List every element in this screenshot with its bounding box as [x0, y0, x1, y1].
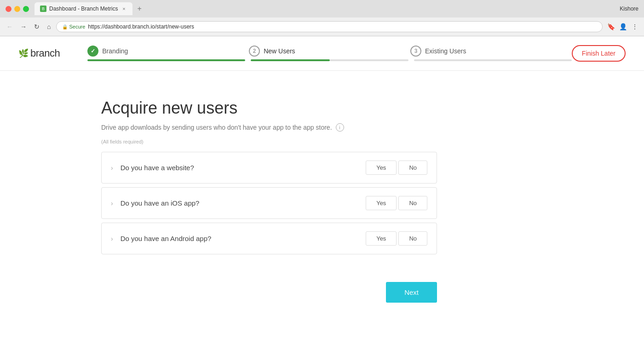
maximize-btn[interactable]	[23, 6, 29, 12]
secure-badge: Secure	[62, 24, 85, 29]
profile-icon[interactable]: 👤	[618, 22, 627, 31]
answer-buttons-ios: Yes No	[366, 196, 427, 210]
chevron-icon-1: ›	[111, 164, 113, 172]
question-text-android: Do you have an Android app?	[121, 235, 366, 242]
website-yes-btn[interactable]: Yes	[366, 161, 397, 175]
tab-bar: B Dashboard - Branch Metrics × +	[34, 2, 616, 15]
step-2-label: New Users	[264, 47, 295, 55]
toolbar-icons: 🔖 👤 ⋮	[606, 22, 639, 31]
next-btn[interactable]: Next	[386, 282, 437, 303]
questions-container: › Do you have a website? Yes No › Do you…	[101, 152, 437, 254]
fields-required-label: (All fields required)	[101, 139, 552, 144]
tab-close-btn[interactable]: ×	[121, 6, 127, 12]
stepper-wrapper: ✓ Branding 2 New Users 3 Existing Users	[87, 46, 572, 61]
ios-yes-btn[interactable]: Yes	[366, 196, 397, 210]
stepper-bars	[87, 59, 572, 61]
close-btn[interactable]	[6, 6, 12, 12]
main-content: Acquire new users Drive app downloads by…	[0, 71, 552, 330]
question-row-android: › Do you have an Android app? Yes No	[101, 223, 437, 254]
step-1-label: Branding	[102, 47, 128, 55]
android-yes-btn[interactable]: Yes	[366, 231, 397, 246]
question-text-website: Do you have a website?	[121, 164, 366, 172]
question-row-ios: › Do you have an iOS app? Yes No	[101, 187, 437, 219]
browser-chrome: B Dashboard - Branch Metrics × + Kishore…	[0, 0, 644, 36]
stepper-labels: ✓ Branding 2 New Users 3 Existing Users	[87, 46, 572, 57]
address-bar: ← → ↻ ⌂ Secure https://dashboard.branch.…	[0, 17, 644, 36]
progress-bar-1	[87, 59, 245, 61]
next-btn-container: Next	[101, 282, 437, 303]
address-field[interactable]: Secure https://dashboard.branch.io/start…	[56, 21, 603, 32]
finish-later-btn[interactable]: Finish Later	[572, 45, 626, 62]
chevron-icon-3: ›	[111, 235, 113, 242]
step-3-circle: 3	[410, 46, 421, 57]
progress-bar-3	[414, 59, 572, 61]
step-1-branding: ✓ Branding	[87, 46, 249, 57]
step-3-existing-users: 3 Existing Users	[410, 46, 572, 57]
website-no-btn[interactable]: No	[398, 161, 427, 175]
tab-title: Dashboard - Branch Metrics	[49, 6, 118, 12]
ios-no-btn[interactable]: No	[398, 196, 427, 210]
step-2-circle: 2	[249, 46, 260, 57]
progress-bar-2b	[330, 59, 408, 61]
window-controls	[6, 6, 29, 12]
browser-titlebar: B Dashboard - Branch Metrics × + Kishore	[0, 0, 644, 17]
user-name: Kishore	[620, 6, 638, 12]
question-text-ios: Do you have an iOS app?	[121, 199, 366, 207]
forward-btn[interactable]: →	[18, 22, 29, 31]
subtitle-text: Drive app downloads by sending users who…	[101, 124, 332, 131]
back-btn[interactable]: ←	[5, 22, 15, 31]
step-1-circle: ✓	[87, 46, 98, 57]
browser-tab[interactable]: B Dashboard - Branch Metrics ×	[34, 2, 132, 15]
android-no-btn[interactable]: No	[398, 231, 427, 246]
brand-logo[interactable]: 🌿 branch	[18, 47, 60, 59]
minimize-btn[interactable]	[14, 6, 20, 12]
menu-icon[interactable]: ⋮	[630, 22, 639, 31]
info-icon[interactable]: i	[336, 123, 344, 132]
extensions-icon[interactable]: 🔖	[606, 22, 615, 31]
step-2-new-users: 2 New Users	[249, 46, 410, 57]
top-nav: 🌿 branch ✓ Branding 2 New Users	[0, 36, 644, 71]
brand-icon: 🌿	[18, 48, 29, 58]
page-subtitle: Drive app downloads by sending users who…	[101, 123, 552, 132]
page-title: Acquire new users	[101, 98, 552, 118]
tab-favicon: B	[40, 6, 46, 12]
question-row-website: › Do you have a website? Yes No	[101, 152, 437, 184]
answer-buttons-website: Yes No	[366, 161, 427, 175]
new-tab-btn[interactable]: +	[134, 4, 144, 14]
home-btn[interactable]: ⌂	[45, 22, 52, 31]
divider-1	[245, 59, 251, 61]
step-3-label: Existing Users	[425, 47, 466, 55]
chevron-icon-2: ›	[111, 200, 113, 207]
divider-2	[408, 59, 414, 61]
url-text: https://dashboard.branch.io/start/new-us…	[88, 23, 194, 30]
answer-buttons-android: Yes No	[366, 231, 427, 246]
brand-name: branch	[30, 47, 60, 59]
progress-bar-2a	[251, 59, 329, 61]
app-container: 🌿 branch ✓ Branding 2 New Users	[0, 36, 644, 356]
reload-btn[interactable]: ↻	[32, 22, 41, 31]
